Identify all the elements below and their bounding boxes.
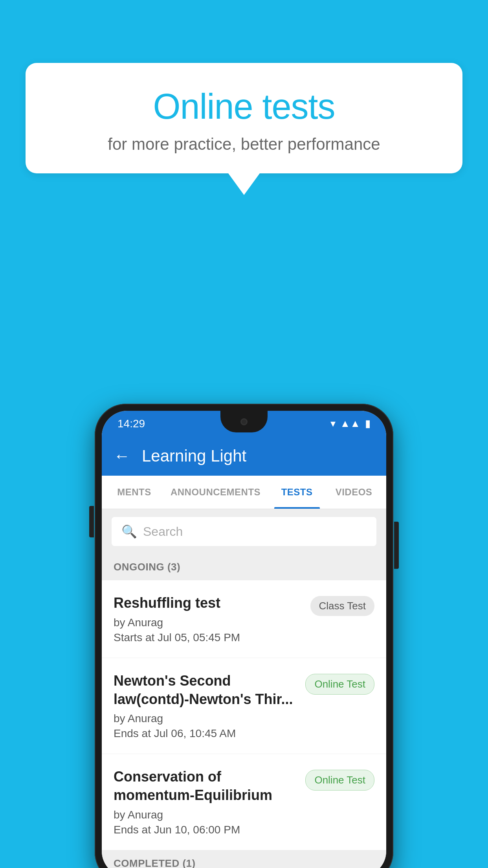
search-bar[interactable]: 🔍 Search (112, 517, 376, 546)
test-list: Reshuffling test by Anurag Starts at Jul… (102, 580, 386, 850)
test-by: by Anurag (114, 712, 297, 725)
phone-container: 14:29 ▾ ▲▲ ▮ ← Learning Light MENTS ANNO… (95, 404, 393, 868)
test-by: by Anurag (114, 616, 303, 629)
completed-section-header: COMPLETED (1) (102, 850, 386, 868)
back-button[interactable]: ← (114, 447, 130, 465)
app-bar: ← Learning Light (102, 436, 386, 476)
tab-videos[interactable]: VIDEOS (325, 476, 382, 509)
test-info: Reshuffling test by Anurag Starts at Jul… (114, 594, 310, 644)
tab-ments[interactable]: MENTS (106, 476, 163, 509)
ongoing-section-header: ONGOING (3) (102, 554, 386, 580)
app-bar-title: Learning Light (142, 447, 246, 465)
status-time: 14:29 (117, 417, 145, 430)
test-name: Newton's Second law(contd)-Newton's Thir… (114, 672, 297, 709)
speech-bubble-container: Online tests for more practice, better p… (26, 63, 462, 195)
search-placeholder: Search (143, 524, 183, 539)
phone-screen: 14:29 ▾ ▲▲ ▮ ← Learning Light MENTS ANNO… (102, 411, 386, 868)
speech-bubble-title: Online tests (57, 86, 431, 127)
test-item[interactable]: Conservation of momentum-Equilibrium by … (102, 754, 386, 850)
status-icons: ▾ ▲▲ ▮ (330, 417, 371, 430)
test-time: Ends at Jun 10, 06:00 PM (114, 824, 297, 836)
search-icon: 🔍 (121, 524, 137, 539)
notch-camera (240, 418, 248, 425)
test-badge-online: Online Test (305, 770, 374, 791)
test-badge-class: Class Test (310, 596, 374, 616)
completed-title: COMPLETED (1) (114, 857, 196, 868)
test-name: Conservation of momentum-Equilibrium (114, 768, 297, 805)
speech-bubble-subtitle: for more practice, better performance (57, 135, 431, 154)
ongoing-title: ONGOING (3) (114, 561, 180, 573)
tabs-container: MENTS ANNOUNCEMENTS TESTS VIDEOS (102, 476, 386, 509)
search-container: 🔍 Search (102, 509, 386, 554)
notch (220, 411, 268, 432)
test-info: Conservation of momentum-Equilibrium by … (114, 768, 305, 836)
test-time: Starts at Jul 05, 05:45 PM (114, 631, 303, 644)
test-item[interactable]: Newton's Second law(contd)-Newton's Thir… (102, 658, 386, 754)
test-info: Newton's Second law(contd)-Newton's Thir… (114, 672, 305, 740)
test-by: by Anurag (114, 809, 297, 821)
signal-icon: ▲▲ (340, 417, 360, 430)
speech-bubble: Online tests for more practice, better p… (26, 63, 462, 173)
test-time: Ends at Jul 06, 10:45 AM (114, 727, 297, 740)
test-badge-online: Online Test (305, 674, 374, 695)
test-name: Reshuffling test (114, 594, 303, 612)
phone-outer: 14:29 ▾ ▲▲ ▮ ← Learning Light MENTS ANNO… (95, 404, 393, 868)
tab-announcements[interactable]: ANNOUNCEMENTS (163, 476, 268, 509)
wifi-icon: ▾ (330, 417, 336, 430)
status-bar: 14:29 ▾ ▲▲ ▮ (102, 411, 386, 436)
test-item[interactable]: Reshuffling test by Anurag Starts at Jul… (102, 580, 386, 658)
speech-bubble-tail (228, 173, 260, 195)
battery-icon: ▮ (365, 417, 371, 430)
tab-tests[interactable]: TESTS (268, 476, 325, 509)
